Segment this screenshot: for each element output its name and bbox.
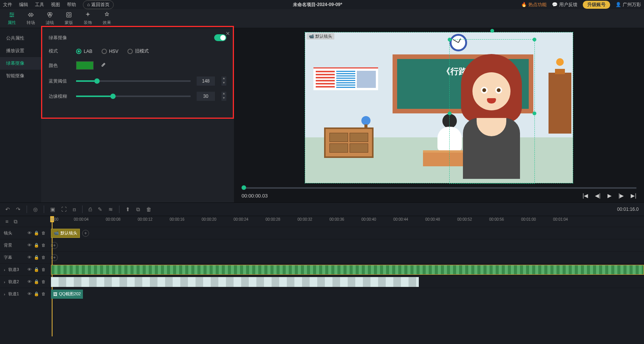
threshold-down[interactable]: ▼: [221, 81, 226, 86]
feedback-button[interactable]: 💬 用户反馈: [552, 2, 577, 8]
preview-scrubber[interactable]: [242, 187, 636, 189]
lock-icon[interactable]: 🔒: [34, 279, 39, 284]
handle-mid-left[interactable]: [448, 111, 452, 115]
trash-icon[interactable]: 🗑: [41, 267, 46, 272]
threshold-up[interactable]: ▲: [221, 76, 226, 81]
lock-icon[interactable]: 🔒: [34, 255, 39, 260]
preview-canvas[interactable]: 《行路难》 --李白 📹: [305, 32, 573, 183]
lock-icon[interactable]: 🔒: [34, 243, 39, 248]
tab-filter[interactable]: 滤镜: [46, 11, 54, 25]
prev-frame-button[interactable]: ◀|: [595, 193, 601, 199]
hot-feature-button[interactable]: 🔥 热点功能: [521, 2, 547, 8]
visibility-icon[interactable]: 👁: [27, 291, 32, 296]
lock-icon[interactable]: 🔒: [34, 231, 39, 236]
track1-clip[interactable]: 🖼QQ截图202: [51, 290, 83, 299]
close-icon[interactable]: ✕: [226, 30, 230, 37]
eyedropper-icon[interactable]: [100, 62, 106, 68]
lock-icon[interactable]: 🔒: [34, 267, 39, 272]
track-copy-icon[interactable]: ⧉: [14, 218, 17, 225]
mask-icon: [65, 11, 72, 18]
visibility-icon[interactable]: 👁: [27, 267, 32, 272]
greenscreen-toggle[interactable]: [214, 34, 226, 41]
play-button[interactable]: ▶: [607, 193, 612, 199]
add-clip-button[interactable]: +: [82, 230, 89, 237]
trash-icon[interactable]: 🗑: [41, 255, 46, 260]
marker-button[interactable]: ◎: [33, 206, 38, 212]
menu-edit[interactable]: 编辑: [19, 2, 28, 8]
split-tool[interactable]: ⧈: [73, 206, 76, 213]
user-account[interactable]: 👤 广州万彩: [615, 2, 641, 8]
handle-top-left[interactable]: [448, 38, 452, 41]
undo-button[interactable]: ↶: [5, 206, 10, 212]
sidebar-item-smart-cutout[interactable]: 智能抠像: [0, 70, 41, 82]
color-swatch[interactable]: [76, 61, 94, 70]
blur-down[interactable]: ▼: [221, 96, 226, 101]
radio-lab[interactable]: LAB: [76, 48, 92, 54]
expand-icon[interactable]: ›: [4, 292, 5, 296]
trash-icon[interactable]: 🗑: [41, 291, 46, 296]
visibility-icon[interactable]: 👁: [27, 231, 32, 236]
copy-button[interactable]: ⧉: [136, 206, 140, 213]
radio-old[interactable]: 旧模式: [127, 48, 149, 54]
visibility-icon[interactable]: 👁: [27, 243, 32, 248]
trash-icon[interactable]: 🗑: [41, 279, 46, 284]
edit-button[interactable]: ✎: [98, 206, 102, 212]
snapshot-button[interactable]: ⎙: [89, 206, 92, 212]
threshold-label: 蓝黄阈值: [49, 78, 70, 84]
crop-tool[interactable]: ⛶: [61, 206, 67, 212]
ruler-tick: 00:00:16: [170, 217, 184, 221]
visibility-icon[interactable]: 👁: [27, 279, 32, 284]
blur-slider[interactable]: [76, 96, 191, 97]
add-clip-button[interactable]: +: [51, 242, 58, 249]
layers-button[interactable]: ≋: [108, 206, 113, 212]
next-frame-button[interactable]: |▶: [619, 193, 624, 199]
go-start-button[interactable]: |◀: [582, 193, 588, 199]
shot-clip[interactable]: 📹默认镜头: [51, 229, 80, 238]
delete-button[interactable]: 🗑: [146, 206, 151, 212]
sidebar-item-playback[interactable]: 播放设置: [0, 45, 41, 57]
tab-decorate[interactable]: 装饰: [84, 11, 92, 25]
menu-view[interactable]: 视图: [51, 2, 60, 8]
track-2: › 轨道2 👁🔒🗑: [0, 276, 644, 288]
threshold-input[interactable]: [197, 76, 215, 86]
select-tool[interactable]: ▣: [50, 206, 55, 212]
menu-help[interactable]: 帮助: [67, 2, 76, 8]
trash-icon[interactable]: 🗑: [41, 243, 46, 248]
menu-file[interactable]: 文件: [3, 2, 12, 8]
blur-up[interactable]: ▲: [221, 92, 226, 96]
track2-clip[interactable]: [51, 277, 419, 287]
tab-mask[interactable]: 蒙版: [65, 11, 73, 25]
tab-transition[interactable]: 转场: [27, 11, 35, 25]
tab-effect[interactable]: 效果: [103, 11, 111, 25]
upgrade-button[interactable]: 升级账号: [583, 1, 610, 9]
lock-icon[interactable]: 🔒: [34, 291, 39, 296]
timeline-ruler[interactable]: 0:00 00:00:04 00:00:08 00:00:12 00:00:16…: [49, 216, 644, 227]
visibility-icon[interactable]: 👁: [27, 255, 32, 260]
track-menu-icon[interactable]: ≡: [5, 218, 8, 225]
handle-top-right[interactable]: [533, 38, 536, 41]
expand-icon[interactable]: ›: [4, 280, 5, 284]
menu-tool[interactable]: 工具: [35, 2, 44, 8]
handle-mid-right[interactable]: [533, 111, 536, 115]
redo-button[interactable]: ↷: [16, 206, 21, 212]
properties-panel: ✕ 绿幕抠像 模式 LAB HSV 旧模式 颜色 蓝黄阈值: [41, 28, 234, 202]
tab-properties[interactable]: 属性: [8, 11, 16, 25]
ruler-tick: 00:00:56: [489, 217, 504, 221]
expand-icon[interactable]: ›: [4, 268, 5, 272]
sidebar-item-public[interactable]: 公共属性: [0, 32, 41, 45]
sidebar-item-greenscreen[interactable]: 绿幕抠像: [0, 57, 41, 70]
threshold-slider[interactable]: [76, 80, 191, 82]
add-clip-button[interactable]: +: [51, 254, 58, 261]
svg-point-2: [48, 14, 51, 18]
radio-hsv[interactable]: HSV: [102, 48, 119, 54]
selection-box[interactable]: [449, 39, 535, 184]
blur-input[interactable]: [197, 92, 215, 101]
return-home-button[interactable]: ⌂ 返回首页: [83, 0, 114, 9]
radio-label: HSV: [109, 49, 119, 54]
preview-area: 《行路难》 --李白 📹: [234, 28, 644, 202]
export-button[interactable]: ⬆: [126, 206, 130, 212]
go-end-button[interactable]: ▶|: [631, 193, 636, 199]
handle-rotate[interactable]: [490, 29, 494, 33]
trash-icon[interactable]: 🗑: [41, 231, 46, 236]
track3-clip[interactable]: [51, 265, 644, 275]
